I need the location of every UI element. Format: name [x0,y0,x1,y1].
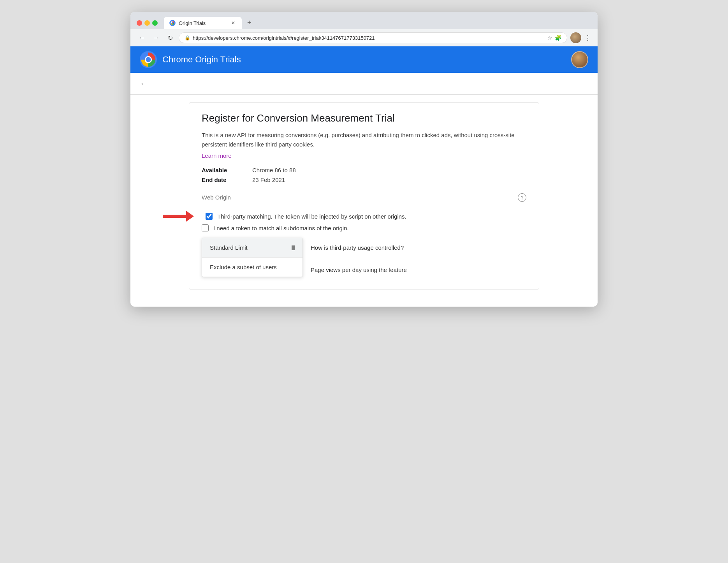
dropdown-desc-standard-text: How is third-party usage controlled? [311,244,404,251]
main-form-card: Register for Conversion Measurement Tria… [189,102,539,289]
available-label: Available [202,167,252,173]
cursor-icon [292,245,295,250]
dropdown-desc-standard: How is third-party usage controlled? [311,238,526,258]
back-navigation: ← [130,73,598,95]
description-text: This is a new API for measuring conversi… [202,131,526,149]
header-user-avatar[interactable] [571,51,588,68]
page-content: ← Register for Conversion Measurement Tr… [130,73,598,307]
address-bar: ← → ↻ 🔒 https://developers.chrome.com/or… [130,29,598,46]
chrome-logo-icon [140,51,157,68]
page-title: Register for Conversion Measurement Tria… [202,112,526,124]
forward-nav-button[interactable]: → [151,32,162,43]
arrow-shaft [163,215,186,218]
checkboxes-section: Third-party matching. The token will be … [202,213,526,231]
end-date-value: 23 Feb 2021 [252,176,285,183]
third-party-checkbox-row: Third-party matching. The token will be … [202,213,526,220]
dropdown-item-exclude[interactable]: Exclude a subset of users [202,258,302,277]
dropdown-desc-exclude-text: Page views per day using the feature [311,266,407,273]
subdomain-checkbox-row: I need a token to match all subdomains o… [202,224,526,231]
dropdown-item-exclude-label: Exclude a subset of users [210,264,277,270]
dropdown-section: Standard Limit Exclude a subset of users… [202,238,526,280]
end-date-label: End date [202,176,252,183]
back-nav-button[interactable]: ← [137,32,148,43]
site-header: Chrome Origin Trials [130,46,598,73]
url-text: https://developers.chrome.com/origintria… [193,35,543,41]
help-icon-symbol: ? [521,195,523,201]
browser-window: Origin Trials ✕ + ← → ↻ 🔒 https://develo… [130,12,598,307]
available-value: Chrome 86 to 88 [252,167,296,173]
web-origin-field: ? [202,191,526,204]
svg-point-5 [146,57,151,62]
maximize-button[interactable] [152,20,158,26]
new-tab-button[interactable]: + [243,16,255,29]
usage-dropdown-menu: Standard Limit Exclude a subset of users [202,238,303,277]
available-row: Available Chrome 86 to 88 [202,167,526,173]
info-table: Available Chrome 86 to 88 End date 23 Fe… [202,167,526,183]
dropdown-descriptions: How is third-party usage controlled? Pag… [311,238,526,280]
traffic-lights [137,20,158,26]
dropdown-item-standard-label: Standard Limit [210,244,248,251]
third-party-checkbox[interactable] [206,213,213,220]
tab-close-button[interactable]: ✕ [230,20,236,26]
end-date-row: End date 23 Feb 2021 [202,176,526,183]
site-header-title: Chrome Origin Trials [162,55,241,65]
title-bar: Origin Trials ✕ + [130,12,598,29]
third-party-checkbox-label: Third-party matching. The token will be … [217,213,406,220]
web-origin-input[interactable] [202,191,526,204]
minimize-button[interactable] [144,20,150,26]
url-bar[interactable]: 🔒 https://developers.chrome.com/origintr… [179,32,567,43]
tab-bar: Origin Trials ✕ + [164,16,591,29]
arrow-head [186,211,194,222]
learn-more-link[interactable]: Learn more [202,152,232,159]
page-back-button[interactable]: ← [140,79,148,88]
reload-button[interactable]: ↻ [165,32,176,43]
chrome-logo-group: Chrome Origin Trials [140,51,241,68]
bookmark-icon[interactable]: ☆ [547,35,552,41]
tab-label: Origin Trials [179,20,227,26]
extensions-icon[interactable]: 🧩 [555,35,561,41]
user-avatar[interactable] [570,32,581,43]
dropdown-item-standard[interactable]: Standard Limit [202,238,302,258]
svg-point-2 [172,22,174,24]
tab-favicon-icon [169,20,176,26]
subdomain-checkbox-label: I need a token to match all subdomains o… [213,225,349,231]
active-tab[interactable]: Origin Trials ✕ [164,17,242,29]
lock-icon: 🔒 [185,35,190,41]
chrome-menu-button[interactable]: ⋮ [584,34,591,42]
red-arrow-indicator [163,211,194,222]
dropdown-desc-exclude: Page views per day using the feature [311,259,526,280]
close-button[interactable] [137,20,142,26]
subdomain-checkbox[interactable] [202,224,209,231]
help-icon[interactable]: ? [518,193,526,202]
